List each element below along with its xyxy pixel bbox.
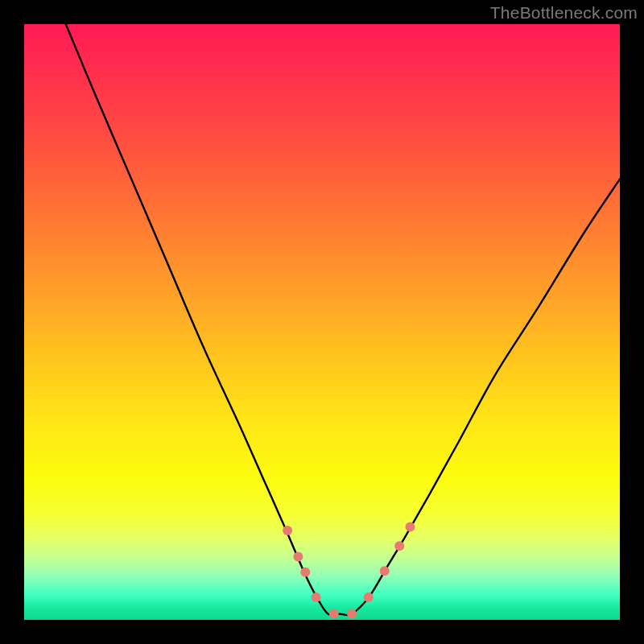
marker-dot	[364, 592, 374, 602]
marker-dot	[293, 552, 303, 562]
marker-group	[283, 522, 415, 619]
marker-dot	[283, 526, 292, 535]
marker-dot	[347, 609, 357, 619]
chart-svg	[24, 24, 620, 620]
marker-dot	[394, 541, 404, 551]
marker-dot	[406, 522, 415, 532]
chart-frame: TheBottleneck.com	[0, 0, 644, 644]
marker-dot	[329, 609, 339, 619]
watermark-text: TheBottleneck.com	[490, 3, 638, 23]
marker-dot	[312, 592, 321, 602]
marker-dot	[300, 568, 310, 577]
curve-line	[66, 24, 620, 615]
plot-area	[24, 24, 620, 620]
marker-dot	[380, 566, 390, 576]
